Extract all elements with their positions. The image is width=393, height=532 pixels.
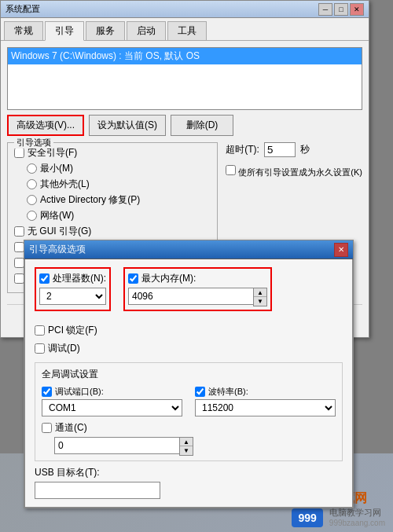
channel-spin-buttons: ▲ ▼ xyxy=(179,437,193,456)
title-bar-buttons: ─ □ ✕ xyxy=(318,3,364,16)
channel-spin-up[interactable]: ▲ xyxy=(180,438,193,446)
boot-btn-row: 高级选项(V)... 设为默认值(S) 删除(D) xyxy=(7,115,362,136)
timeout-row: 超时(T): 秒 xyxy=(226,142,362,157)
maximize-button[interactable]: □ xyxy=(334,3,348,16)
tab-boot[interactable]: 引导 xyxy=(45,21,84,41)
main-title-bar: 系统配置 ─ □ ✕ xyxy=(1,1,369,18)
processor-count-checkbox[interactable] xyxy=(39,273,50,284)
channel-spin-wrapper: ▲ ▼ xyxy=(54,437,117,456)
boot-options-label: 引导选项 xyxy=(14,137,53,149)
processor-count-label: 处理器数(N): xyxy=(39,272,106,285)
baud-rate-checkbox[interactable] xyxy=(195,387,205,397)
safeboot-net-radio[interactable] xyxy=(27,211,37,221)
memory-spin-down[interactable]: ▼ xyxy=(254,297,266,306)
dialog-title-bar: 引导高级选项 ✕ xyxy=(24,240,353,259)
watermark-url: 电脑教学习网 xyxy=(329,507,381,519)
safeboot-net-row: 网络(W) xyxy=(27,209,211,222)
baud-rate-text: 波特率(B): xyxy=(208,386,248,398)
safeboot-ad-row: Active Directory 修复(P) xyxy=(27,193,211,207)
channel-section: 通道(C) ▲ ▼ xyxy=(42,421,336,456)
safeboot-other-radio[interactable] xyxy=(27,179,37,189)
safeboot-ad-label: Active Directory 修复(P) xyxy=(40,193,140,207)
timeout-input[interactable] xyxy=(264,142,296,157)
safeboot-net-label: 网络(W) xyxy=(40,209,74,222)
debug-checkbox[interactable] xyxy=(35,343,45,354)
channel-label: 通道(C) xyxy=(55,421,87,435)
debug-port-checkbox[interactable] xyxy=(42,387,52,397)
pci-debug-section: PCI 锁定(F) 调试(D) xyxy=(35,324,343,358)
pci-lock-label: PCI 锁定(F) xyxy=(48,324,97,337)
global-debug-section: 全局调试设置 调试端口(B): COM1 COM2 COM3 COM4 xyxy=(35,362,343,461)
global-debug-title: 全局调试设置 xyxy=(42,368,336,381)
pci-lock-checkbox[interactable] xyxy=(35,325,45,336)
set-default-button[interactable]: 设为默认值(S) xyxy=(89,115,166,136)
channel-check-row: 通道(C) xyxy=(42,421,336,435)
processor-count-group: 处理器数(N): 1 2 4 8 xyxy=(35,267,111,311)
safeboot-min-label: 最小(M) xyxy=(40,162,73,175)
usb-target-section: USB 目标名(T): xyxy=(35,466,343,499)
debug-label: 调试(D) xyxy=(48,342,80,355)
timeout-label: 超时(T): xyxy=(226,143,259,156)
safeboot-other-row: 其他外壳(L) xyxy=(27,178,211,191)
safeboot-min-radio[interactable] xyxy=(27,163,37,174)
max-memory-label: 最大内存(M): xyxy=(128,272,267,285)
max-memory-text: 最大内存(M): xyxy=(141,272,196,285)
make-permanent-label: 使所有引导设置成为永久设置(K) xyxy=(226,165,362,178)
max-memory-checkbox[interactable] xyxy=(128,273,138,284)
pci-lock-row: PCI 锁定(F) xyxy=(35,324,343,337)
memory-spin-wrapper: ▲ ▼ xyxy=(128,288,267,306)
watermark-icon: 999 xyxy=(292,508,322,527)
dialog-window: 引导高级选项 ✕ 处理器数(N): 1 2 4 8 xyxy=(24,240,354,508)
safeboot-other-label: 其他外壳(L) xyxy=(40,178,90,191)
dialog-close-button[interactable]: ✕ xyxy=(334,243,348,257)
baud-rate-dropdown[interactable]: 115200 57600 19200 9600 xyxy=(195,399,336,416)
tab-general[interactable]: 常规 xyxy=(4,21,43,40)
delete-button[interactable]: 删除(D) xyxy=(171,115,233,136)
safeboot-checkbox[interactable] xyxy=(14,148,24,158)
dialog-title: 引导高级选项 xyxy=(29,243,334,256)
max-memory-group: 最大内存(M): ▲ ▼ xyxy=(123,267,272,311)
processor-dropdown-row: 1 2 4 8 xyxy=(39,288,106,305)
dialog-content: 处理器数(N): 1 2 4 8 最大内存(M): xyxy=(24,259,353,508)
os-list[interactable]: Windows 7 (C:\Windows) : 当前 OS, 默认 OS xyxy=(7,47,362,110)
usb-target-label: USB 目标名(T): xyxy=(35,466,343,479)
advanced-options-button[interactable]: 高级选项(V)... xyxy=(7,115,84,136)
tab-services[interactable]: 服务 xyxy=(86,21,125,40)
channel-input[interactable] xyxy=(54,437,179,454)
make-permanent-checkbox[interactable] xyxy=(226,165,236,175)
os-list-item[interactable]: Windows 7 (C:\Windows) : 当前 OS, 默认 OS xyxy=(8,48,362,64)
noguiboot-checkbox[interactable] xyxy=(14,226,24,237)
processor-count-text: 处理器数(N): xyxy=(53,272,106,285)
tab-tools[interactable]: 工具 xyxy=(167,21,207,40)
debug-port-text: 调试端口(B): xyxy=(55,386,104,398)
debug-grid: 调试端口(B): COM1 COM2 COM3 COM4 波特率(B): xyxy=(42,386,336,416)
safeboot-min-row: 最小(M) xyxy=(27,162,211,175)
noguiboot-label: 无 GUI 引导(G) xyxy=(28,225,91,238)
minimize-button[interactable]: ─ xyxy=(318,3,332,16)
top-options-row: 处理器数(N): 1 2 4 8 最大内存(M): xyxy=(35,267,343,317)
baud-rate-field: 波特率(B): 115200 57600 19200 9600 xyxy=(195,386,336,416)
main-title: 系统配置 xyxy=(6,3,318,15)
tab-bar: 常规 引导 服务 启动 工具 xyxy=(1,18,369,41)
debug-port-dropdown[interactable]: COM1 COM2 COM3 COM4 xyxy=(42,399,182,416)
channel-checkbox[interactable] xyxy=(42,423,52,433)
max-memory-input[interactable] xyxy=(128,288,253,305)
safeboot-ad-radio[interactable] xyxy=(27,195,37,205)
noguiboot-row: 无 GUI 引导(G) xyxy=(14,225,211,238)
debug-row: 调试(D) xyxy=(35,342,343,355)
close-button[interactable]: ✕ xyxy=(350,3,364,16)
memory-spin-up[interactable]: ▲ xyxy=(254,288,266,297)
processor-count-dropdown[interactable]: 1 2 4 8 xyxy=(39,288,106,305)
tab-startup[interactable]: 启动 xyxy=(127,21,166,40)
baud-rate-label: 波特率(B): xyxy=(195,386,336,398)
timeout-unit: 秒 xyxy=(300,143,310,156)
channel-spin-down[interactable]: ▼ xyxy=(180,446,193,455)
debug-port-field: 调试端口(B): COM1 COM2 COM3 COM4 xyxy=(42,386,182,416)
usb-target-input[interactable] xyxy=(35,482,160,499)
watermark-domain: 999bzaang.com xyxy=(329,519,385,527)
debug-port-label: 调试端口(B): xyxy=(42,386,182,398)
memory-spin-buttons: ▲ ▼ xyxy=(253,288,267,306)
